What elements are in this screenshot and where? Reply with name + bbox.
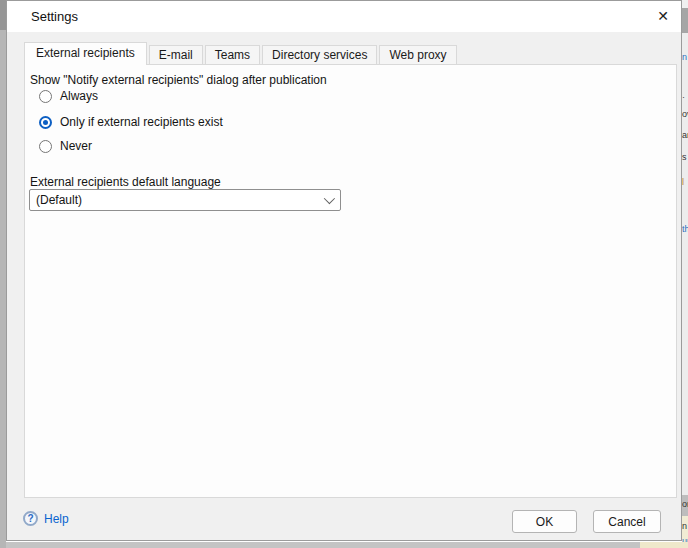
tab-web-proxy[interactable]: Web proxy [379, 45, 456, 64]
help-icon: ? [23, 511, 38, 526]
tab-external-recipients[interactable]: External recipients [24, 42, 147, 65]
background-text-fragment: th [682, 224, 688, 234]
help-label: Help [44, 512, 69, 526]
radio-option-always[interactable]: Always [39, 89, 98, 103]
radio-circle-unchecked[interactable] [39, 90, 52, 103]
background-text-fragment: n [682, 521, 687, 531]
language-select[interactable]: (Default) [29, 189, 341, 211]
dialog-titlebar: Settings ✕ [7, 1, 681, 32]
close-icon[interactable]: ✕ [647, 2, 679, 30]
background-window-bottom-sliver [6, 542, 688, 548]
tab-page-external-recipients: Show "Notify external recipients" dialog… [24, 64, 677, 498]
radio-label: Always [60, 89, 98, 103]
language-selected-value: (Default) [36, 193, 324, 207]
background-text-fragment: s [682, 152, 687, 162]
tab-directory-services[interactable]: Directory services [262, 45, 377, 64]
background-text-fragment: n [682, 52, 687, 62]
ok-button[interactable]: OK [512, 510, 577, 533]
help-link[interactable]: ? Help [23, 511, 69, 526]
background-text-fragment: l [682, 177, 684, 187]
radio-circle-unchecked[interactable] [39, 140, 52, 153]
radio-option-only-if-external-recipients-exist[interactable]: Only if external recipients exist [39, 115, 223, 129]
chevron-down-icon [324, 193, 335, 204]
radio-group-label: Show "Notify external recipients" dialog… [30, 73, 327, 87]
tab-email[interactable]: E-mail [149, 45, 203, 64]
radio-label: Never [60, 139, 92, 153]
screen: n·ovarslthornuub Settings ✕ External rec… [0, 0, 688, 548]
cancel-button[interactable]: Cancel [593, 510, 661, 533]
dialog-title: Settings [31, 9, 78, 24]
tab-bar: External recipients E-mail Teams Directo… [24, 42, 459, 64]
background-text-fragment: ov [682, 109, 688, 119]
settings-dialog: Settings ✕ External recipients E-mail Te… [6, 0, 682, 541]
radio-label: Only if external recipients exist [60, 115, 223, 129]
radio-option-never[interactable]: Never [39, 139, 92, 153]
background-text-fragment: or [682, 499, 688, 509]
background-edge-strip: n·ovarslthornuub [682, 0, 688, 548]
tab-teams[interactable]: Teams [205, 45, 260, 64]
language-label: External recipients default language [30, 175, 221, 189]
background-text-fragment: · [682, 92, 685, 102]
radio-circle-checked[interactable] [39, 116, 52, 129]
background-yellow-patch [640, 542, 688, 548]
background-text-fragment: ar [682, 130, 688, 140]
